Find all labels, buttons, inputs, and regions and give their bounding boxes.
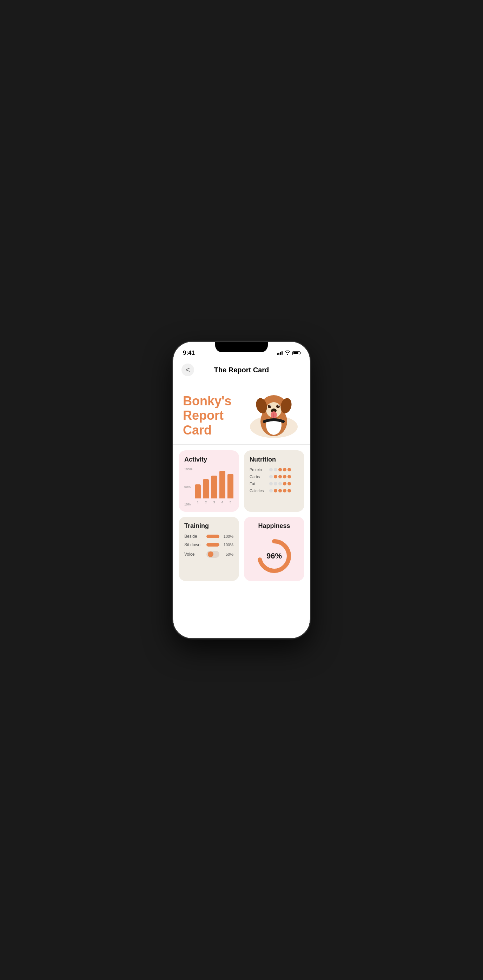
nutrition-fat-row: Fat: [249, 482, 299, 486]
bar-3: [211, 476, 217, 498]
nutrition-protein-row: Protein: [249, 468, 299, 472]
notch: [215, 342, 268, 352]
dot: [269, 489, 273, 492]
bar-1: [195, 484, 201, 498]
dot: [278, 475, 282, 479]
dot: [283, 468, 286, 471]
dot: [288, 468, 291, 471]
happiness-value: 96%: [267, 552, 282, 561]
protein-label: Protein: [249, 468, 267, 472]
voice-label: Voice: [184, 552, 203, 557]
dot: [288, 489, 291, 492]
svg-point-10: [278, 405, 280, 406]
phone-screen: 9:41: [173, 342, 310, 638]
dot: [274, 489, 277, 492]
hero-section: Bonky's Report Card: [173, 382, 310, 444]
bar-4: [219, 471, 226, 498]
chart-x-labels: 1 2 3 4 5: [195, 501, 234, 504]
nutrition-calories-row: Calories: [249, 488, 299, 493]
dot: [278, 489, 282, 492]
beside-progress-fill: [207, 535, 219, 538]
back-button[interactable]: <: [181, 364, 194, 376]
nutrition-card: Nutrition Protein Carbs: [244, 450, 304, 512]
y-label-100: 100%: [184, 468, 192, 471]
activity-title: Activity: [184, 456, 234, 463]
cards-grid: Activity 100% 50% 10%: [173, 450, 310, 592]
status-icons: [277, 350, 300, 356]
carbs-dots: [269, 475, 291, 479]
happiness-card: Happiness 96%: [244, 517, 304, 581]
training-sitdown-row: Sit down 100%: [184, 542, 234, 547]
dot: [288, 475, 291, 479]
beside-pct: 100%: [222, 534, 234, 538]
calories-dots: [269, 489, 291, 492]
training-voice-row: Voice 50%: [184, 551, 234, 558]
nutrition-title: Nutrition: [249, 456, 299, 463]
x-label-5: 5: [227, 501, 234, 504]
calories-label: Calories: [249, 488, 267, 493]
dot: [278, 482, 282, 485]
scroll-content[interactable]: < The Report Card Bonky's Report Card: [173, 360, 310, 638]
dot: [283, 489, 286, 492]
svg-point-8: [276, 405, 280, 408]
toggle-knob: [208, 552, 213, 557]
beside-label: Beside: [184, 534, 203, 539]
dot: [288, 482, 291, 485]
x-label-4: 4: [219, 501, 226, 504]
wifi-icon: [285, 350, 290, 356]
voice-toggle[interactable]: [207, 551, 219, 558]
page-title: The Report Card: [214, 366, 269, 374]
happiness-title: Happiness: [258, 522, 290, 530]
signal-icon: [277, 351, 283, 355]
x-label-3: 3: [211, 501, 217, 504]
fat-dots: [269, 482, 291, 485]
dot: [274, 468, 277, 471]
sitdown-label: Sit down: [184, 542, 203, 547]
x-label-1: 1: [195, 501, 201, 504]
x-label-2: 2: [203, 501, 209, 504]
dot: [274, 482, 277, 485]
training-beside-row: Beside 100%: [184, 534, 234, 539]
svg-point-7: [268, 405, 271, 408]
fat-label: Fat: [249, 482, 267, 486]
sitdown-progress-bg: [207, 543, 219, 547]
dot: [278, 468, 282, 471]
header: < The Report Card: [173, 360, 310, 382]
section-divider: [173, 444, 310, 445]
hero-name-line2: Report Card: [183, 408, 248, 438]
dot: [274, 475, 277, 479]
hero-name-line1: Bonky's: [183, 394, 248, 408]
bar-5: [227, 474, 234, 498]
dot: [269, 475, 273, 479]
hero-text: Bonky's Report Card: [183, 394, 248, 438]
sitdown-progress-fill: [207, 543, 219, 547]
status-time: 9:41: [183, 350, 195, 356]
sitdown-pct: 100%: [222, 542, 234, 547]
dot: [269, 482, 273, 485]
nutrition-carbs-row: Carbs: [249, 474, 299, 479]
y-label-10: 10%: [184, 503, 192, 506]
bar-2: [203, 479, 209, 498]
dot: [283, 482, 286, 485]
dog-illustration: [248, 385, 300, 438]
y-label-50: 50%: [184, 485, 192, 488]
training-title: Training: [184, 522, 234, 530]
beside-progress-bg: [207, 535, 219, 538]
dot: [269, 468, 273, 471]
voice-pct: 50%: [222, 552, 234, 557]
protein-dots: [269, 468, 291, 471]
svg-point-9: [270, 405, 271, 406]
happiness-ring: 96%: [255, 537, 294, 575]
chart-y-labels: 100% 50% 10%: [184, 468, 192, 506]
carbs-label: Carbs: [249, 474, 267, 479]
training-card: Training Beside 100% Sit down 100%: [179, 517, 239, 581]
activity-chart: 100% 50% 10% 1 2: [184, 468, 234, 506]
activity-card: Activity 100% 50% 10%: [179, 450, 239, 512]
phone-frame: 9:41: [173, 342, 310, 638]
chart-bars: [195, 468, 234, 499]
battery-icon: [292, 351, 300, 355]
dot: [283, 475, 286, 479]
